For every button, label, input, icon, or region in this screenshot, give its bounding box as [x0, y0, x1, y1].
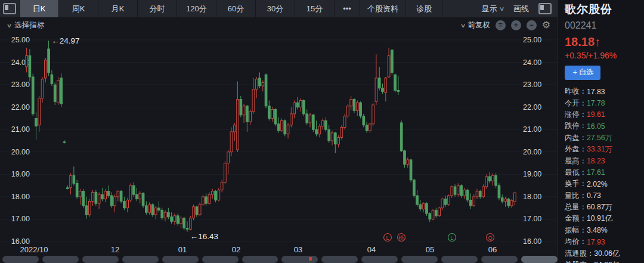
tab-周K[interactable]: 周K [59, 0, 98, 17]
event-marker-icon: L [450, 235, 453, 241]
stat-value: 60.87万 [587, 202, 612, 212]
stat-row-跌停: 跌停：16.05 [565, 120, 644, 132]
svg-text:19.00: 19.00 [11, 170, 30, 178]
high-annotation: ←24.97 [51, 36, 79, 45]
layout-toggle-right-button[interactable] [538, 3, 552, 14]
adjust-mode-label: 前复权 [467, 20, 490, 30]
scrollbar-segment[interactable] [162, 256, 199, 263]
scrollbar-segment[interactable] [82, 256, 119, 263]
chevron-down-icon: ∨ [7, 22, 13, 29]
stat-label: 量比： [565, 191, 587, 201]
quote-panel: 歌尔股份 002241 18.18↑ +0.35/+1.96% ＋自选 昨收：1… [558, 0, 644, 263]
settings-gear-icon[interactable]: ⚙ [542, 20, 550, 30]
quote-stats-list: 昨收：17.83今开：17.78涨停：19.61跌停：16.05内盘：27.56… [565, 86, 644, 263]
svg-text:23.00: 23.00 [11, 81, 30, 89]
kline-toolbar: 日K周K月K分时120分60分30分15分•••个股资料诊股 显示 ∨ 画线 [0, 0, 558, 17]
svg-text:23.00: 23.00 [523, 81, 541, 89]
scrollbar-segment[interactable] [281, 256, 318, 263]
stat-label: 最低： [565, 168, 587, 178]
tab-个股资料[interactable]: 个股资料 [360, 0, 406, 17]
display-menu-button[interactable]: 显示 ∨ [482, 4, 504, 14]
scrollbar-segment[interactable] [321, 256, 358, 263]
layout-toggle-left-button[interactable] [0, 0, 20, 17]
draw-line-button[interactable]: 画线 [513, 4, 529, 14]
stat-row-总量: 总量：60.87万 [565, 202, 644, 213]
x-axis-label: 2022/10 [20, 245, 48, 254]
stat-value: 30.06亿 [594, 249, 620, 259]
x-axis-label: 04 [367, 245, 376, 254]
adjust-mode-dropdown[interactable]: ∨ 前复权 [459, 20, 490, 30]
stat-value: 17.93 [587, 238, 605, 246]
stat-row-涨停: 涨停：19.61 [565, 109, 644, 120]
event-marker-icon: L [386, 235, 389, 241]
stat-row-最高: 最高：18.23 [565, 155, 644, 166]
scrollbar-segment[interactable] [441, 256, 478, 263]
chart-scrollbar[interactable] [0, 257, 558, 263]
tab-月K[interactable]: 月K [98, 0, 138, 17]
stat-label: 总股本： [565, 260, 594, 263]
stat-label: 内盘： [565, 133, 587, 143]
stat-row-量比: 量比：0.73 [565, 190, 644, 202]
stat-label: 今开： [565, 98, 587, 109]
stat-label: 总量： [565, 202, 587, 212]
svg-text:22.00: 22.00 [523, 103, 541, 112]
svg-text:21.00: 21.00 [523, 125, 541, 134]
x-axis-label: 02 [232, 245, 240, 254]
scrollbar-segment[interactable] [242, 256, 278, 263]
zoom-in-button[interactable]: + [511, 20, 521, 30]
tab-60分[interactable]: 60分 [216, 0, 256, 17]
stat-value: 27.56万 [587, 133, 612, 143]
scrollbar-segment[interactable] [401, 256, 438, 263]
scrollbar-segment[interactable] [481, 256, 518, 263]
add-watchlist-button[interactable]: ＋自选 [565, 66, 600, 80]
stat-row-今开: 今开：17.78 [565, 97, 644, 109]
svg-text:18.00: 18.00 [11, 193, 30, 201]
stat-row-昨收: 昨收：17.83 [565, 86, 644, 97]
stat-value: 3.48% [587, 226, 608, 234]
scrollbar-segment[interactable] [2, 256, 39, 263]
current-price: 18.18↑ [565, 35, 644, 49]
svg-text:25.00: 25.00 [523, 36, 541, 44]
select-indicator-label: 选择指标 [14, 20, 44, 30]
stat-label: 昨收： [565, 86, 587, 97]
chart-subbar: ∨ 选择指标 ∨ 前复权 = + − ⚙ [0, 17, 558, 33]
tab-15分[interactable]: 15分 [295, 0, 335, 17]
svg-text:25.00: 25.00 [11, 36, 30, 44]
scrollbar-segment[interactable] [42, 256, 79, 263]
stat-value: 17.61 [587, 168, 605, 177]
stat-row-金额: 金额：10.91亿 [565, 213, 644, 224]
price-change: +0.35/+1.96% [565, 51, 644, 60]
select-indicator-dropdown[interactable]: ∨ 选择指标 [0, 20, 44, 30]
stat-row-外盘: 外盘：33.31万 [565, 144, 644, 155]
scrollbar-segment[interactable] [521, 256, 558, 263]
scrollbar-segment[interactable] [122, 256, 159, 263]
tab-120分[interactable]: 120分 [177, 0, 216, 17]
stat-value: 16.05 [587, 122, 605, 131]
chevron-down-icon: ∨ [499, 5, 504, 12]
scrollbar-segment[interactable] [361, 256, 398, 263]
low-annotation: ←16.43 [190, 232, 218, 241]
zoom-out-button[interactable]: − [527, 20, 537, 30]
x-axis-label: 12 [111, 245, 119, 254]
candlestick-chart[interactable]: 25.0025.0024.0024.0023.0023.0022.0022.00… [0, 33, 558, 245]
stat-value: 34.20亿 [594, 260, 620, 263]
x-axis-label: 03 [294, 245, 302, 254]
zoom-reset-button[interactable]: = [496, 20, 506, 30]
scrollbar-segment[interactable] [202, 256, 239, 263]
svg-text:20.00: 20.00 [11, 148, 30, 156]
stat-row-换手: 换手：2.02% [565, 178, 644, 190]
stat-label: 外盘： [565, 144, 587, 154]
tab-分时[interactable]: 分时 [138, 0, 177, 17]
tab-诊股[interactable]: 诊股 [406, 0, 442, 17]
event-marker-icon: Q [488, 235, 492, 241]
candlestick-chart-area[interactable]: 25.0025.0024.0024.0023.0023.0022.0022.00… [0, 33, 558, 245]
stat-value: 17.78 [587, 99, 605, 107]
tab-30分[interactable]: 30分 [256, 0, 295, 17]
tab-日K[interactable]: 日K [20, 0, 59, 17]
svg-text:24.00: 24.00 [523, 58, 541, 67]
stat-value: 0.73 [587, 191, 601, 200]
stat-value: 17.83 [587, 88, 605, 96]
stock-chart-window: 日K周K月K分时120分60分30分15分•••个股资料诊股 显示 ∨ 画线 ∨… [0, 0, 644, 263]
more-periods-button[interactable]: ••• [335, 0, 360, 17]
stat-value: 18.23 [587, 157, 605, 165]
